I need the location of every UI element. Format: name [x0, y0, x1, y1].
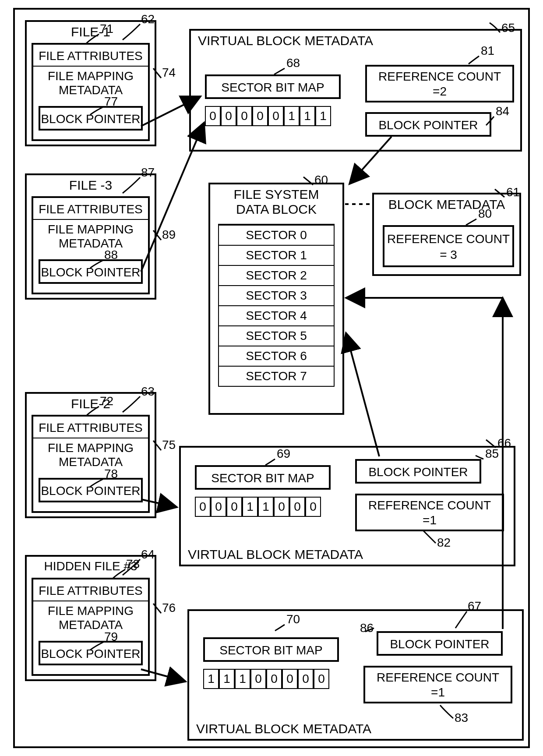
sector-row: SECTOR 5 [218, 326, 335, 346]
ref-70: 70 [286, 612, 300, 626]
file-3-bp: BLOCK POINTER [39, 259, 143, 284]
vbm1-box: VIRTUAL BLOCK METADATA SECTOR BIT MAP 0 … [189, 29, 522, 152]
file-1-box: FILE-1 FILE ATTRIBUTES FILE MAPPING META… [25, 20, 156, 146]
vbm3-bp: BLOCK POINTER [377, 631, 503, 656]
sector-row: SECTOR 7 [218, 367, 335, 387]
ref-68: 68 [286, 56, 300, 70]
ref-60: 60 [314, 173, 328, 187]
vbm3-title: VIRTUAL BLOCK METADATA [196, 721, 371, 736]
sector-row: SECTOR 3 [218, 286, 335, 306]
file-2-bp: BLOCK POINTER [39, 478, 143, 502]
ref-84: 84 [496, 104, 509, 118]
vbm3-rc: REFERENCE COUNT=1 [363, 666, 512, 703]
vbm3-box: SECTOR BIT MAP 1 1 1 0 0 0 0 0 BLOCK POI… [187, 609, 524, 741]
ref-87: 87 [141, 166, 155, 180]
file-2-map: FILE MAPPING METADATA BLOCK POINTER [32, 438, 150, 513]
ref-67: 67 [468, 599, 481, 613]
vbm2-sbm: SECTOR BIT MAP [195, 465, 331, 490]
fsdb-box: FILE SYSTEM DATA BLOCK SECTOR 0 SECTOR 1… [208, 183, 344, 415]
file-3-title: FILE -3 [27, 178, 155, 193]
vbm1-sbm: SECTOR BIT MAP [205, 74, 341, 99]
file-hidden-attr: FILE ATTRIBUTES [32, 578, 150, 602]
vbm2-box: SECTOR BIT MAP 0 0 0 1 1 0 0 0 BLOCK POI… [179, 446, 515, 566]
file-3-box: FILE -3 FILE ATTRIBUTES FILE MAPPING MET… [25, 173, 156, 300]
ref-83: 83 [455, 711, 468, 725]
file-hidden-box: HIDDEN FILE #3 FILE ATTRIBUTES FILE MAPP… [25, 555, 156, 681]
ref-81: 81 [481, 44, 494, 58]
fsdb-title-2: DATA BLOCK [236, 202, 317, 216]
vbm2-title: VIRTUAL BLOCK METADATA [188, 547, 363, 562]
ref-85: 85 [485, 447, 499, 461]
ref-64: 64 [141, 548, 155, 562]
ref-86: 86 [360, 621, 374, 635]
ref-69: 69 [277, 447, 290, 461]
ref-66: 66 [497, 436, 511, 450]
vbm2-bitmap: 0 0 0 1 1 0 0 0 [195, 497, 321, 517]
file-1-bp: BLOCK POINTER [39, 106, 143, 131]
ref-63: 63 [141, 385, 155, 399]
ref-73: 73 [126, 557, 140, 571]
file-hidden-bp: BLOCK POINTER [39, 641, 143, 665]
sector-row: SECTOR 1 [218, 246, 335, 266]
sector-row: SECTOR 4 [218, 306, 335, 326]
file-3-attr: FILE ATTRIBUTES [32, 196, 150, 221]
vbm1-bitmap: 0 0 0 0 0 1 1 1 [205, 106, 331, 126]
vbm2-rc: REFERENCE COUNT=1 [355, 494, 504, 531]
sector-row: SECTOR 6 [218, 346, 335, 367]
file-2-box: FILE-2 FILE ATTRIBUTES FILE MAPPING META… [25, 392, 156, 518]
file-1-title: FILE-1 [27, 25, 155, 39]
file-2-attr: FILE ATTRIBUTES [32, 415, 150, 439]
ref-76: 76 [162, 601, 176, 615]
ref-72: 72 [100, 394, 113, 408]
vbm3-bitmap: 1 1 1 0 0 0 0 0 [203, 669, 329, 689]
vbm1-bp: BLOCK POINTER [365, 112, 491, 137]
bm-rc: REFERENCE COUNT= 3 [383, 225, 514, 267]
ref-82: 82 [437, 536, 451, 550]
ref-78: 78 [104, 467, 118, 481]
ref-62: 62 [141, 12, 155, 26]
ref-77: 77 [104, 95, 118, 109]
vbm1-rc: REFERENCE COUNT=2 [365, 65, 514, 102]
bm-title: BLOCK METADATA [374, 197, 519, 212]
sector-row: SECTOR 0 [218, 224, 335, 246]
file-hidden-map: FILE MAPPING METADATA BLOCK POINTER [32, 601, 150, 676]
bm-box: BLOCK METADATA REFERENCE COUNT= 3 [372, 193, 521, 276]
vbm2-bp: BLOCK POINTER [355, 459, 481, 484]
ref-74: 74 [162, 66, 176, 80]
vbm3-sbm: SECTOR BIT MAP [203, 637, 339, 662]
ref-80: 80 [478, 207, 492, 221]
ref-61: 61 [506, 185, 520, 199]
ref-88: 88 [104, 248, 118, 262]
vbm1-title: VIRTUAL BLOCK METADATA [198, 33, 520, 48]
file-3-map: FILE MAPPING METADATA BLOCK POINTER [32, 220, 150, 294]
fsdb-title-1: FILE SYSTEM [233, 187, 319, 201]
ref-79: 79 [104, 630, 118, 644]
ref-71: 71 [100, 22, 113, 36]
sector-row: SECTOR 2 [218, 266, 335, 286]
ref-75: 75 [162, 438, 176, 452]
ref-89: 89 [162, 228, 176, 242]
file-2-title: FILE-2 [27, 396, 155, 411]
file-1-attr: FILE ATTRIBUTES [32, 43, 150, 67]
file-1-map: FILE MAPPING METADATA BLOCK POINTER [32, 67, 150, 141]
ref-65: 65 [501, 21, 515, 35]
